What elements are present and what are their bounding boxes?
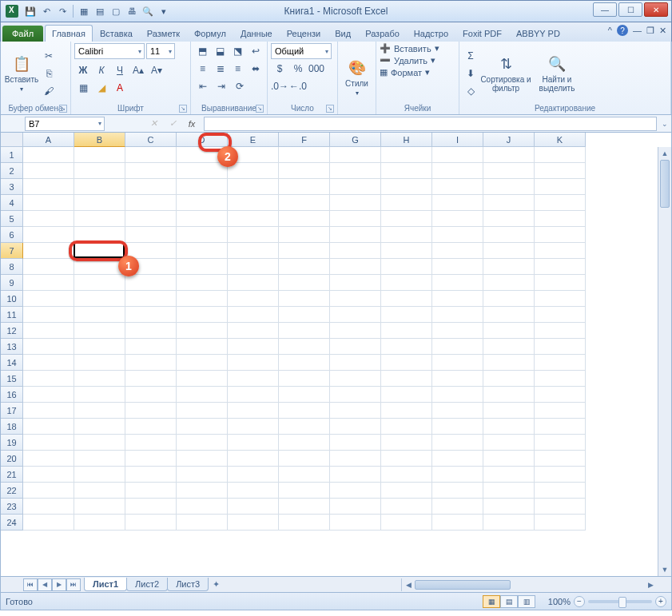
cell-E2[interactable] xyxy=(228,163,279,179)
cell-B4[interactable] xyxy=(74,195,125,211)
autosum-icon[interactable]: Σ xyxy=(463,48,479,64)
cell-D20[interactable] xyxy=(177,451,228,467)
cell-B3[interactable] xyxy=(74,179,125,195)
cell-D21[interactable] xyxy=(177,467,228,483)
cell-A19[interactable] xyxy=(23,435,74,451)
cell-E22[interactable] xyxy=(228,483,279,499)
cell-H1[interactable] xyxy=(381,147,432,163)
row-header-20[interactable]: 20 xyxy=(1,451,23,467)
cell-K13[interactable] xyxy=(535,339,586,355)
cell-J6[interactable] xyxy=(483,227,535,243)
row-header-5[interactable]: 5 xyxy=(1,211,23,227)
cell-K8[interactable] xyxy=(535,259,586,275)
wrap-text-icon[interactable]: ↩ xyxy=(247,43,264,59)
column-header-E[interactable]: E xyxy=(228,133,279,147)
cell-F6[interactable] xyxy=(279,227,330,243)
cell-H13[interactable] xyxy=(381,339,432,355)
delete-cells-button[interactable]: ➖Удалить ▾ xyxy=(380,55,455,66)
cell-H4[interactable] xyxy=(381,195,432,211)
qat-borders-icon[interactable]: ▢ xyxy=(109,4,123,18)
cell-F11[interactable] xyxy=(279,307,330,323)
sheet-tab-0[interactable]: Лист1 xyxy=(84,578,127,591)
cell-A23[interactable] xyxy=(23,499,74,515)
row-header-19[interactable]: 19 xyxy=(1,435,23,451)
align-bottom-icon[interactable]: ⬔ xyxy=(229,43,246,59)
cell-G22[interactable] xyxy=(330,483,381,499)
cell-H14[interactable] xyxy=(381,355,432,371)
cells-area[interactable] xyxy=(23,147,586,531)
cell-H21[interactable] xyxy=(381,467,432,483)
cell-B6[interactable] xyxy=(74,227,125,243)
sheet-last-icon[interactable]: ⏭ xyxy=(66,578,81,591)
cell-J18[interactable] xyxy=(483,419,535,435)
zoom-in-icon[interactable]: + xyxy=(655,596,666,607)
cell-A4[interactable] xyxy=(23,195,74,211)
redo-icon[interactable]: ↷ xyxy=(55,4,70,18)
row-header-9[interactable]: 9 xyxy=(1,275,23,291)
scroll-up-icon[interactable]: ▲ xyxy=(658,147,671,160)
cell-H17[interactable] xyxy=(381,403,432,419)
cell-A5[interactable] xyxy=(23,211,74,227)
cell-I21[interactable] xyxy=(432,467,483,483)
cell-C3[interactable] xyxy=(125,179,177,195)
row-header-24[interactable]: 24 xyxy=(1,515,23,531)
format-cells-button[interactable]: ▦Формат ▾ xyxy=(380,67,455,77)
row-header-12[interactable]: 12 xyxy=(1,323,23,339)
row-header-17[interactable]: 17 xyxy=(1,403,23,419)
cell-F1[interactable] xyxy=(279,147,330,163)
cell-B14[interactable] xyxy=(74,355,125,371)
cell-G4[interactable] xyxy=(330,195,381,211)
cell-G2[interactable] xyxy=(330,163,381,179)
cell-D6[interactable] xyxy=(177,227,228,243)
cell-H16[interactable] xyxy=(381,387,432,403)
cell-G1[interactable] xyxy=(330,147,381,163)
cell-D22[interactable] xyxy=(177,483,228,499)
column-header-B[interactable]: B xyxy=(74,133,125,147)
font-size-combo[interactable]: 11 xyxy=(146,43,175,59)
cell-F19[interactable] xyxy=(279,435,330,451)
cell-J24[interactable] xyxy=(483,515,535,531)
font-dialog-icon[interactable]: ↘ xyxy=(179,105,187,113)
cell-F8[interactable] xyxy=(279,259,330,275)
cell-E12[interactable] xyxy=(228,323,279,339)
cell-D15[interactable] xyxy=(177,371,228,387)
cell-I20[interactable] xyxy=(432,451,483,467)
cell-F24[interactable] xyxy=(279,515,330,531)
column-header-F[interactable]: F xyxy=(279,133,330,147)
cell-G15[interactable] xyxy=(330,371,381,387)
cell-C17[interactable] xyxy=(125,403,177,419)
cell-J2[interactable] xyxy=(483,163,535,179)
cell-A15[interactable] xyxy=(23,371,74,387)
cell-I12[interactable] xyxy=(432,323,483,339)
cell-A24[interactable] xyxy=(23,515,74,531)
cell-I5[interactable] xyxy=(432,211,483,227)
cell-J19[interactable] xyxy=(483,435,535,451)
row-header-18[interactable]: 18 xyxy=(1,419,23,435)
scroll-right-icon[interactable]: ▶ xyxy=(644,578,657,591)
increase-font-icon[interactable]: A▴ xyxy=(129,62,147,78)
cell-G5[interactable] xyxy=(330,211,381,227)
row-header-13[interactable]: 13 xyxy=(1,339,23,355)
cell-E9[interactable] xyxy=(228,275,279,291)
cell-K21[interactable] xyxy=(535,467,586,483)
cell-E14[interactable] xyxy=(228,355,279,371)
fill-icon[interactable]: ⬇ xyxy=(463,66,479,81)
cell-C18[interactable] xyxy=(125,419,177,435)
sheet-tab-1[interactable]: Лист2 xyxy=(126,578,168,591)
cell-H19[interactable] xyxy=(381,435,432,451)
cell-K18[interactable] xyxy=(535,419,586,435)
cell-H22[interactable] xyxy=(381,483,432,499)
cell-G23[interactable] xyxy=(330,499,381,515)
align-left-icon[interactable]: ≡ xyxy=(194,61,211,77)
row-header-11[interactable]: 11 xyxy=(1,307,23,323)
decrease-decimal-icon[interactable]: ←.0 xyxy=(289,78,307,94)
cell-H2[interactable] xyxy=(381,163,432,179)
cell-C13[interactable] xyxy=(125,339,177,355)
cell-G19[interactable] xyxy=(330,435,381,451)
ribbon-tab-6[interactable]: Вид xyxy=(328,25,358,42)
cell-H12[interactable] xyxy=(381,323,432,339)
cell-A2[interactable] xyxy=(23,163,74,179)
scroll-down-icon[interactable]: ▼ xyxy=(658,563,671,576)
cell-I23[interactable] xyxy=(432,499,483,515)
row-header-21[interactable]: 21 xyxy=(1,467,23,483)
